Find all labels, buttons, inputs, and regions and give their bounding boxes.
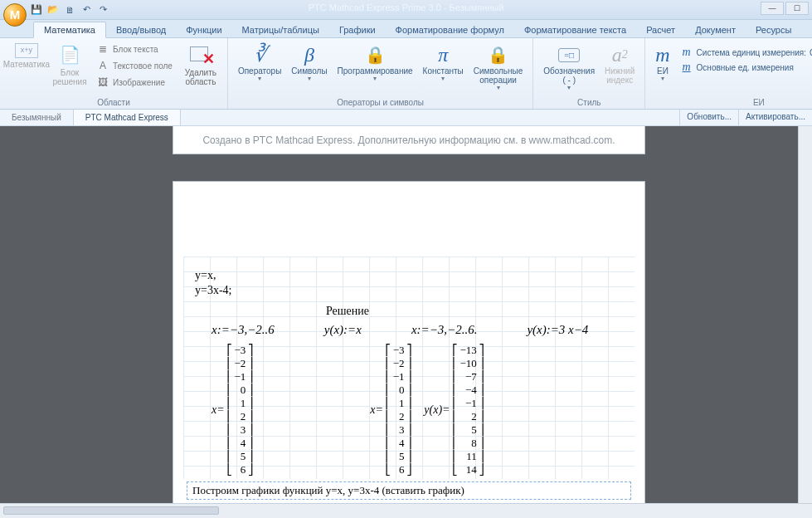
scroll-thumb[interactable] xyxy=(3,506,219,515)
base-units-icon: m xyxy=(680,61,693,74)
app-menu-button[interactable]: M xyxy=(3,3,27,27)
vector-x2[interactable]: x= ⎡⎢⎢⎢⎢⎢⎢⎢⎢⎣ −3−2−10123456 ⎤⎥⎥⎥⎥⎥⎥⎥⎥⎦ xyxy=(370,344,412,476)
ribbon-group-regions: x+y Математика 📄 Блок решения ≣Блок текс… xyxy=(0,38,228,109)
ribbon-group-operators: ∛Операторы▾ βСимволы▾ 🔒Программирование▾… xyxy=(228,38,533,109)
tab-math[interactable]: Математика xyxy=(33,22,106,38)
tab-plots[interactable]: Графики xyxy=(329,22,386,37)
tab-resources[interactable]: Ресурсы xyxy=(746,22,801,37)
delete-region-icon: ✕ xyxy=(188,43,213,66)
programming-dropdown[interactable]: 🔒Программирование▾ xyxy=(333,42,418,85)
tab-io[interactable]: Ввод/вывод xyxy=(106,22,176,37)
text-block-button[interactable]: ≣Блок текста xyxy=(95,42,174,56)
horizontal-scrollbar[interactable] xyxy=(0,503,812,518)
window-minimize-button[interactable]: — xyxy=(761,2,784,15)
vector-x1[interactable]: x= ⎡⎢⎢⎢⎢⎢⎢⎢⎢⎣ −3−2−10123456 ⎤⎥⎥⎥⎥⎥⎥⎥⎥⎦ xyxy=(212,344,254,476)
operators-dropdown[interactable]: ∛Операторы▾ xyxy=(233,42,286,85)
delete-region-label-1: Удалить xyxy=(185,68,216,77)
subscript-button[interactable]: a2 Нижний индекс xyxy=(600,42,639,86)
constants-dropdown[interactable]: πКонстанты▾ xyxy=(418,42,469,85)
page-banner: Создано в PTC Mathcad Express. Дополните… xyxy=(173,126,645,154)
title-bar: M 💾 📂 🗎 ↶ ↷ PTC Mathcad Express Prime 3.… xyxy=(0,0,812,20)
def-y2[interactable]: y(x):=3 x−4 xyxy=(527,323,588,337)
unit-system-row[interactable]: m Система единиц измерения: Система СИ ▾ xyxy=(680,45,812,60)
text-field-button[interactable]: AТекстовое поле xyxy=(95,58,174,73)
def-y1[interactable]: y(x):=x xyxy=(324,323,362,337)
window-title: PTC Mathcad Express Prime 3.0 - Безымянн… xyxy=(0,2,812,12)
workspace: Создано в PTC Mathcad Express. Дополните… xyxy=(0,126,812,503)
vector-yx[interactable]: y(x)= ⎡⎢⎢⎢⎢⎢⎢⎢⎢⎣ −13−10−7−4−12581114 ⎤⎥⎥… xyxy=(424,344,484,476)
ribbon-group-regions-label: Области xyxy=(5,96,222,109)
def-x2[interactable]: x:=−3,−2..6. xyxy=(411,323,478,337)
qat-new-icon[interactable]: 🗎 xyxy=(63,3,76,17)
solve-block-label-2: решения xyxy=(52,77,86,86)
tab-calc[interactable]: Расчет xyxy=(636,22,685,37)
refresh-button[interactable]: Обновить... xyxy=(679,110,738,125)
symbolic-ops-dropdown[interactable]: 🔒Символьныеоперации▾ xyxy=(469,42,528,94)
ribbon-group-units: mЕИ▾ m Система единиц измерения: Система… xyxy=(645,38,812,109)
image-button[interactable]: 🖼Изображение xyxy=(95,75,174,90)
qat-open-icon[interactable]: 📂 xyxy=(46,3,60,17)
equation-2[interactable]: y=3x-4; xyxy=(195,283,631,298)
tab-matrices[interactable]: Матрицы/таблицы xyxy=(232,22,329,37)
text-field-icon: A xyxy=(96,59,109,72)
def-x1[interactable]: x:=−3,−2..6 xyxy=(212,323,275,337)
unit-system-icon: m xyxy=(680,46,693,59)
math-region-label: Математика xyxy=(3,60,50,69)
notation-dropdown[interactable]: =□ Обозначения ( - )▾ xyxy=(538,42,600,94)
activate-button[interactable]: Активировать... xyxy=(738,110,812,125)
qat-redo-icon[interactable]: ↷ xyxy=(96,3,109,17)
tab-format-text[interactable]: Форматирование текста xyxy=(514,22,636,37)
ribbon-group-units-label: ЕИ xyxy=(650,96,812,109)
document-tab-strip: Безымянный PTC Mathcad Express Обновить.… xyxy=(0,110,812,126)
delete-region-label-2: область xyxy=(185,77,216,86)
doc-tab-express[interactable]: PTC Mathcad Express xyxy=(74,110,181,125)
ribbon-tabs: Математика Ввод/вывод Функции Матрицы/та… xyxy=(0,20,812,38)
math-region-button[interactable]: x+y Математика xyxy=(5,42,48,71)
vertical-scrollbar[interactable] xyxy=(798,126,812,503)
symbols-dropdown[interactable]: βСимволы▾ xyxy=(286,42,332,85)
solve-block-label-1: Блок xyxy=(61,68,79,77)
units-dropdown[interactable]: mЕИ▾ xyxy=(650,42,674,85)
document-page[interactable]: y=x, y=3x-4; Решение x:=−3,−2..6 y(x):=x… xyxy=(173,181,645,503)
solution-heading[interactable]: Решение xyxy=(326,305,631,318)
qat-undo-icon[interactable]: ↶ xyxy=(80,3,93,17)
equation-1[interactable]: y=x, xyxy=(195,268,631,283)
window-maximize-button[interactable]: ☐ xyxy=(785,2,809,15)
ribbon: x+y Математика 📄 Блок решения ≣Блок текс… xyxy=(0,38,812,110)
math-region-icon: x+y xyxy=(15,43,38,58)
qat-save-icon[interactable]: 💾 xyxy=(30,3,43,17)
solve-block-button[interactable]: 📄 Блок решения xyxy=(48,42,91,88)
ribbon-group-operators-label: Операторы и символы xyxy=(233,96,528,109)
tab-format-formulas[interactable]: Форматирование формул xyxy=(386,22,514,37)
footer-text-region[interactable]: Построим графики функций y=x, y=3x-4 (вс… xyxy=(187,481,631,500)
doc-tab-unnamed[interactable]: Безымянный xyxy=(0,110,74,125)
solve-block-icon: 📄 xyxy=(57,43,82,66)
text-block-icon: ≣ xyxy=(96,42,109,56)
ribbon-group-style: =□ Обозначения ( - )▾ a2 Нижний индекс С… xyxy=(533,38,645,109)
base-units-button[interactable]: m Основные ед. измерения xyxy=(680,60,812,75)
ribbon-group-style-label: Стиль xyxy=(538,96,639,109)
image-icon: 🖼 xyxy=(96,76,109,89)
tab-document[interactable]: Документ xyxy=(685,22,746,37)
tab-functions[interactable]: Функции xyxy=(176,22,231,37)
delete-region-button[interactable]: ✕ Удалить область xyxy=(179,42,222,88)
